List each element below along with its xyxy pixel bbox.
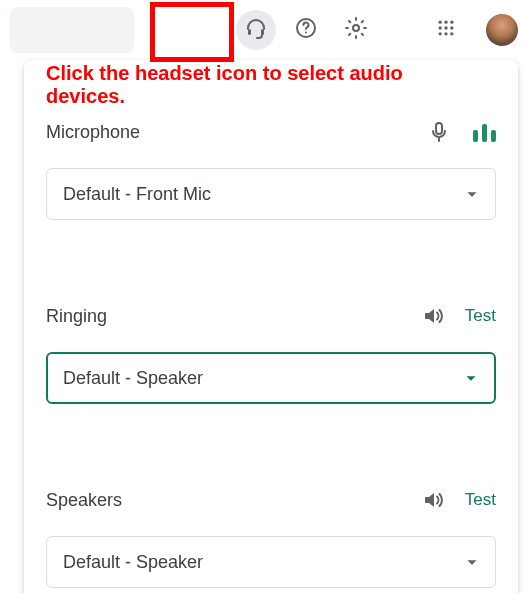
svg-point-5 xyxy=(439,21,442,24)
svg-rect-0 xyxy=(248,29,251,35)
speakers-selected-value: Default - Speaker xyxy=(63,552,203,573)
audio-settings-panel: Microphone Default - Front Mic Ringing xyxy=(24,60,518,593)
microphone-icon xyxy=(427,120,451,144)
top-bar xyxy=(0,0,530,60)
ringing-selected-value: Default - Speaker xyxy=(63,368,203,389)
svg-point-8 xyxy=(439,26,442,29)
apps-icon-button[interactable] xyxy=(426,10,466,50)
speakers-section: Speakers Test Default - Speaker xyxy=(24,436,518,593)
svg-point-6 xyxy=(444,21,447,24)
svg-point-7 xyxy=(450,21,453,24)
svg-point-13 xyxy=(450,32,453,35)
svg-point-3 xyxy=(305,32,307,34)
svg-point-9 xyxy=(444,26,447,29)
search-box[interactable] xyxy=(10,7,134,53)
ringing-section: Ringing Test Default - Speaker xyxy=(24,252,518,428)
headset-icon-button[interactable] xyxy=(236,10,276,50)
account-avatar[interactable] xyxy=(484,12,520,48)
speaker-icon xyxy=(421,304,445,328)
speaker-icon xyxy=(421,488,445,512)
svg-rect-14 xyxy=(436,123,442,134)
svg-point-4 xyxy=(353,25,359,31)
svg-point-10 xyxy=(450,26,453,29)
ringing-select[interactable]: Default - Speaker xyxy=(46,352,496,404)
help-icon-button[interactable] xyxy=(286,10,326,50)
mic-level-indicator xyxy=(473,122,496,142)
gear-icon xyxy=(344,16,368,44)
svg-point-12 xyxy=(444,32,447,35)
chevron-down-icon xyxy=(461,551,483,573)
chevron-down-icon xyxy=(461,183,483,205)
svg-point-11 xyxy=(439,32,442,35)
speakers-test-button[interactable]: Test xyxy=(465,490,496,510)
chevron-down-icon xyxy=(460,367,482,389)
apps-grid-icon xyxy=(436,18,456,42)
svg-rect-1 xyxy=(261,29,264,35)
ringing-test-button[interactable]: Test xyxy=(465,306,496,326)
microphone-title: Microphone xyxy=(46,122,411,143)
speakers-select[interactable]: Default - Speaker xyxy=(46,536,496,588)
microphone-select[interactable]: Default - Front Mic xyxy=(46,168,496,220)
settings-icon-button[interactable] xyxy=(336,10,376,50)
headset-icon xyxy=(244,16,268,44)
annotation-text: Click the headset icon to select audio d… xyxy=(46,62,476,108)
speakers-title: Speakers xyxy=(46,490,405,511)
ringing-title: Ringing xyxy=(46,306,405,327)
microphone-selected-value: Default - Front Mic xyxy=(63,184,211,205)
help-icon xyxy=(294,16,318,44)
